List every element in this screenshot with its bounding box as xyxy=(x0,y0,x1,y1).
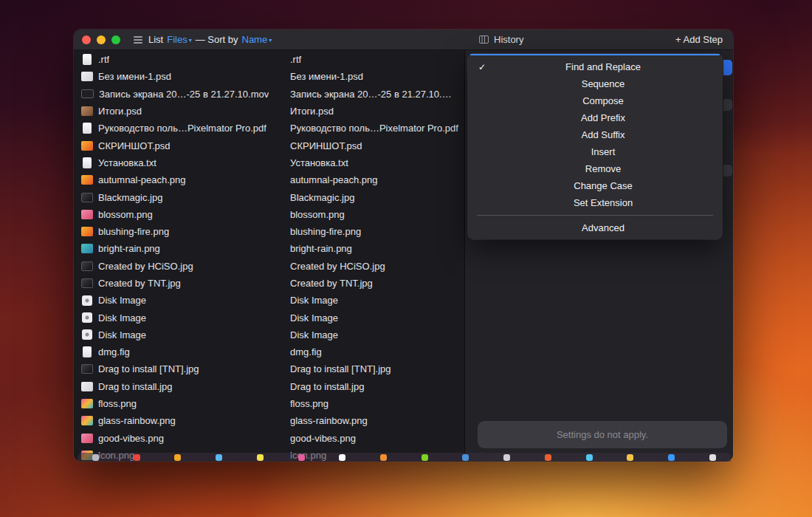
dock-app-icon[interactable] xyxy=(422,454,428,461)
file-original: dmg.fig xyxy=(81,346,290,357)
file-row[interactable]: blossom.pngblossom.png xyxy=(74,206,464,223)
file-row[interactable]: dmg.figdmg.fig xyxy=(74,343,464,360)
dock-app-icon[interactable] xyxy=(503,454,510,461)
file-row[interactable]: bright-rain.pngbright-rain.png xyxy=(74,240,464,257)
rename-app-window: List Files ▾ — Sort by Name ▾ History + … xyxy=(74,30,733,462)
dock-strip xyxy=(78,453,731,462)
dock-app-icon[interactable] xyxy=(668,454,675,461)
dock-app-icon[interactable] xyxy=(134,454,140,461)
dock-app-icon[interactable] xyxy=(174,454,181,461)
close-button[interactable] xyxy=(82,35,91,44)
menu-item-sequence[interactable]: Sequence xyxy=(468,75,722,92)
menu-item-advanced[interactable]: Advanced xyxy=(468,219,722,236)
hidden-control-fragment xyxy=(723,99,732,111)
file-icon xyxy=(81,399,93,408)
history-title: History xyxy=(494,34,523,45)
file-row[interactable]: Disk ImageDisk Image xyxy=(74,326,464,343)
file-row[interactable]: Руководство поль…Pixelmator Pro.pdfРуков… xyxy=(74,120,464,137)
file-name: Установка.txt xyxy=(98,157,156,168)
file-original: autumnal-peach.png xyxy=(81,174,290,185)
file-row[interactable]: Установка.txtУстановка.txt xyxy=(74,154,464,171)
file-original: bright-rain.png xyxy=(81,243,290,254)
file-icon xyxy=(82,295,92,306)
file-preview-name: dmg.fig xyxy=(290,346,464,357)
file-row[interactable]: Drag to install.jpgDrag to install.jpg xyxy=(74,378,464,395)
file-name: Blackmagic.jpg xyxy=(98,192,162,203)
file-row[interactable]: Запись экрана 20…-25 в 21.27.10.movЗапис… xyxy=(74,86,464,103)
file-icon xyxy=(83,157,92,168)
file-row[interactable]: Created by TNT.jpgCreated by TNT.jpg xyxy=(74,275,464,292)
checkmark-icon: ✓ xyxy=(478,62,486,72)
menu-item-add-prefix[interactable]: Add Prefix xyxy=(468,109,722,126)
file-row[interactable]: glass-rainbow.pngglass-rainbow.png xyxy=(74,412,464,429)
dock-app-icon[interactable] xyxy=(627,454,633,461)
menu-item-label: Sequence xyxy=(582,78,625,89)
file-icon xyxy=(81,227,93,236)
file-preview-name: good-vibes.png xyxy=(290,433,464,444)
dock-app-icon[interactable] xyxy=(92,454,99,461)
dock-app-icon[interactable] xyxy=(462,454,469,461)
file-row[interactable]: Created by HCiSO.jpgCreated by HCiSO.jpg xyxy=(74,258,464,275)
menu-item-insert[interactable]: Insert xyxy=(468,143,722,160)
dock-app-icon[interactable] xyxy=(339,454,345,461)
file-original: СКРИНШОТ.psd xyxy=(81,140,290,151)
file-preview-name: Итоги.psd xyxy=(290,106,464,117)
file-row[interactable]: Итоги.psdИтоги.psd xyxy=(74,103,464,120)
dock-app-icon[interactable] xyxy=(298,454,305,461)
toolbar-title: List Files ▾ — Sort by Name ▾ xyxy=(148,34,272,45)
file-original: Disk Image xyxy=(81,312,290,323)
file-name: bright-rain.png xyxy=(98,243,160,254)
file-preview-name: .rtf xyxy=(290,54,464,65)
menu-item-compose[interactable]: Compose xyxy=(468,92,722,109)
traffic-lights xyxy=(74,35,120,44)
file-row[interactable]: Drag to install [TNT].jpgDrag to install… xyxy=(74,360,464,377)
sort-key-dropdown[interactable]: Name ▾ xyxy=(242,34,272,45)
menu-item-add-suffix[interactable]: Add Suffix xyxy=(468,126,722,143)
file-preview-name: bright-rain.png xyxy=(290,243,464,254)
menu-item-set-extension[interactable]: Set Extension xyxy=(468,194,722,211)
files-dropdown[interactable]: Files ▾ xyxy=(167,34,191,45)
minimize-button[interactable] xyxy=(97,35,106,44)
file-row[interactable]: blushing-fire.pngblushing-fire.png xyxy=(74,223,464,240)
dock-app-icon[interactable] xyxy=(586,454,593,461)
file-name: Disk Image xyxy=(98,312,146,323)
menu-item-change-case[interactable]: Change Case xyxy=(468,177,722,194)
sort-key-dropdown-label: Name xyxy=(242,34,268,45)
file-preview-name: blushing-fire.png xyxy=(290,226,464,237)
dock-app-icon[interactable] xyxy=(545,454,551,461)
file-row[interactable]: Disk ImageDisk Image xyxy=(74,309,464,326)
hidden-focused-control-fragment xyxy=(723,60,732,75)
file-icon xyxy=(81,382,93,391)
file-row[interactable]: floss.pngfloss.png xyxy=(74,395,464,412)
file-icon xyxy=(83,346,92,357)
file-row[interactable]: .rtf.rtf xyxy=(74,51,464,68)
file-icon xyxy=(81,210,93,219)
file-row[interactable]: Blackmagic.jpgBlackmagic.jpg xyxy=(74,188,464,205)
chevron-down-icon: ▾ xyxy=(189,37,192,44)
add-step-button[interactable]: + Add Step xyxy=(675,30,723,49)
file-name: Руководство поль…Pixelmator Pro.pdf xyxy=(98,123,266,134)
file-name: good-vibes.png xyxy=(98,433,164,444)
menu-item-find-and-replace[interactable]: ✓Find and Replace xyxy=(468,58,722,75)
menu-item-remove[interactable]: Remove xyxy=(468,160,722,177)
file-row[interactable]: good-vibes.pnggood-vibes.png xyxy=(74,430,464,447)
file-original: Без имени-1.psd xyxy=(81,71,290,82)
dock-app-icon[interactable] xyxy=(380,454,387,461)
file-name: Created by TNT.jpg xyxy=(98,278,181,289)
zoom-button[interactable] xyxy=(111,35,120,44)
file-original: floss.png xyxy=(81,398,290,409)
file-name: Disk Image xyxy=(98,329,146,340)
file-row[interactable]: autumnal-peach.pngautumnal-peach.png xyxy=(74,171,464,188)
dock-app-icon[interactable] xyxy=(709,454,716,461)
file-row[interactable]: Disk ImageDisk Image xyxy=(74,292,464,309)
file-row[interactable]: СКРИНШОТ.psdСКРИНШОТ.psd xyxy=(74,137,464,154)
file-original: Установка.txt xyxy=(81,157,290,168)
sort-by-label: — Sort by xyxy=(196,34,238,45)
dock-app-icon[interactable] xyxy=(216,454,222,461)
file-original: glass-rainbow.png xyxy=(81,415,290,426)
file-icon xyxy=(81,364,93,374)
file-row[interactable]: Без имени-1.psdБез имени-1.psd xyxy=(74,68,464,85)
file-preview-name: СКРИНШОТ.psd xyxy=(290,140,464,151)
dock-app-icon[interactable] xyxy=(257,454,264,461)
menu-item-label: Compose xyxy=(582,95,624,106)
